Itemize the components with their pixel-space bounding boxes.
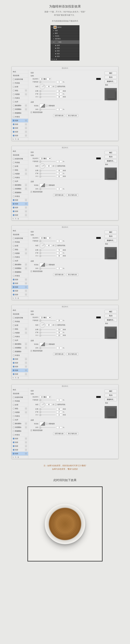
layer-row[interactable]: ▸内底色 [51,35,79,38]
noise-slider[interactable] [40,347,55,348]
side-check[interactable] [13,252,15,254]
side-item[interactable]: 光泽 [12,418,28,422]
side-check[interactable] [13,415,15,417]
reset-default-button[interactable]: 复位为默认值 [66,194,78,196]
opacity-value[interactable]: 5 [56,240,62,242]
distance-slider[interactable] [40,408,55,410]
distance-value[interactable]: 23 [56,90,62,92]
ok-button[interactable]: 确定 [105,151,117,154]
distance-slider[interactable] [40,329,55,330]
fx-plus-icon[interactable]: ⊕ [54,58,55,60]
plus-icon[interactable]: + [25,332,27,334]
layer-row[interactable]: ▾投影 [51,40,79,44]
cancel-button[interactable]: 取消 [105,314,117,318]
angle-dial[interactable] [40,243,45,248]
side-item[interactable]: 投影+ [12,119,28,122]
angle-value[interactable]: 48 [46,324,52,326]
spread-value[interactable]: 0 [56,93,62,95]
plus-icon[interactable]: + [25,173,27,175]
side-check[interactable] [13,275,15,276]
side-item[interactable]: 内阴影+ [12,410,28,414]
side-check[interactable] [13,203,15,204]
side-check[interactable] [13,286,15,288]
side-item[interactable]: 纹理 [12,85,28,89]
reset-default-button[interactable]: 复位为默认值 [66,353,78,356]
side-item[interactable]: 外发光 [12,274,28,278]
side-check[interactable] [13,188,15,190]
side-item[interactable]: 投影+ [12,437,28,440]
side-item[interactable]: 描边+ [12,168,28,172]
plus-icon[interactable]: + [25,131,27,133]
spread-slider[interactable] [40,93,55,95]
distance-slider[interactable] [40,90,55,92]
side-check[interactable] [13,207,15,208]
side-check[interactable] [13,396,15,398]
ok-button[interactable]: 确定 [105,72,117,75]
plus-icon[interactable]: + [25,184,27,186]
size-value[interactable]: 21 [56,414,62,416]
side-item[interactable]: 投影+ [12,365,28,368]
side-check[interactable] [13,354,15,356]
side-item[interactable]: 投影+ [12,202,28,206]
side-item[interactable]: 投影+ [12,278,28,282]
side-item[interactable]: 斜面和浮雕 [12,316,28,320]
side-item[interactable]: 渐变叠加+ [12,266,28,270]
side-check[interactable] [13,101,15,102]
side-item[interactable]: 内发光 [12,176,28,180]
make-default-button[interactable]: 设置为默认值 [53,432,65,435]
plus-icon[interactable]: + [25,169,27,171]
new-style-button[interactable]: 新建样式... [105,239,117,242]
side-check[interactable] [13,264,15,265]
knockout-check[interactable] [31,191,32,193]
plus-icon[interactable]: + [25,214,27,216]
side-item[interactable]: 内阴影+ [12,252,28,255]
plus-icon[interactable]: + [25,120,27,122]
noise-slider[interactable] [40,188,55,190]
side-check[interactable] [13,192,15,193]
side-check[interactable] [13,214,15,216]
side-check[interactable] [13,90,15,91]
ok-button[interactable]: 确定 [105,390,117,393]
distance-slider[interactable] [40,249,55,251]
side-item[interactable]: 颜色叠加+ [12,183,28,187]
side-item[interactable]: 投影+ [12,122,28,126]
side-item[interactable]: 样式 [12,388,28,392]
side-check[interactable] [13,362,15,364]
reset-default-button[interactable]: 复位为默认值 [66,432,78,435]
fx-icon[interactable]: fx [13,218,14,220]
side-item[interactable]: 投影+ [12,130,28,134]
color-swatch[interactable] [96,316,101,318]
global-light-check[interactable] [55,404,56,405]
angle-dial[interactable] [40,322,45,328]
spread-slider[interactable] [40,411,55,413]
blend-mode-select[interactable]: 正片叠底 [40,316,51,319]
side-item[interactable]: 渐变叠加+ [12,108,28,111]
side-check[interactable] [13,260,15,262]
plus-icon[interactable]: + [25,278,27,280]
side-item[interactable]: 样式 [12,229,28,233]
side-item[interactable]: 纹理 [12,324,28,327]
layer-row[interactable]: ◉投影 [51,50,79,52]
side-item[interactable]: 图案叠加 [12,191,28,194]
contour-picker[interactable] [40,263,45,267]
make-default-button[interactable]: 设置为默认值 [53,353,65,356]
color-swatch[interactable] [96,396,101,398]
anti-alias-check[interactable] [46,264,48,266]
distance-value[interactable]: 74 [56,249,62,251]
size-value[interactable]: 132 [56,334,62,336]
reset-default-button[interactable]: 复位为默认值 [66,273,78,276]
color-swatch[interactable] [96,158,101,160]
side-item[interactable]: 投影+ [12,206,28,210]
reset-default-button[interactable]: 复位为默认值 [66,114,78,117]
side-check[interactable] [13,290,15,292]
side-item[interactable]: 描边+ [12,248,28,252]
size-value[interactable]: 99 [56,255,62,257]
global-light-check[interactable] [55,245,56,246]
side-check[interactable] [13,120,15,121]
plus-icon[interactable]: + [25,343,27,345]
trash-icon[interactable]: 🗑 [56,58,57,60]
plus-icon[interactable]: + [25,93,27,95]
trash-icon[interactable]: 🗑 [18,297,19,299]
side-item[interactable]: 内发光 [12,335,28,338]
side-item[interactable]: 投影+ [12,210,28,213]
